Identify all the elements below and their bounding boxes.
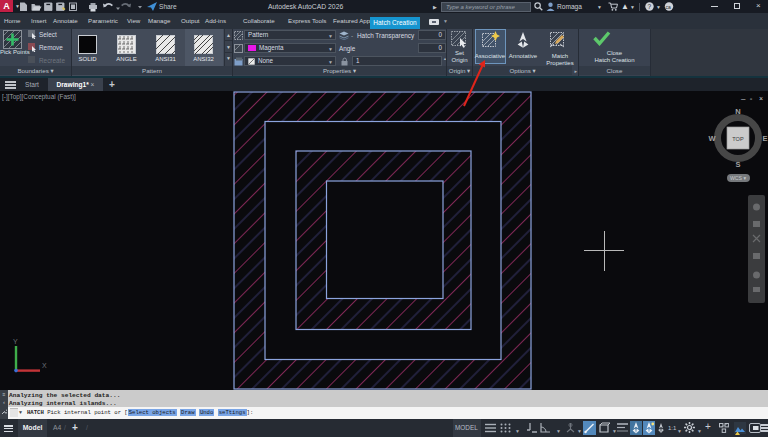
svg-text:–: – [741, 94, 746, 103]
svg-text:E: E [762, 134, 767, 143]
svg-text:N: N [735, 107, 740, 116]
svg-text:S: S [735, 160, 740, 169]
svg-text:×: × [759, 95, 763, 102]
svg-text:TOP: TOP [732, 136, 744, 142]
svg-text:▫: ▫ [750, 96, 752, 102]
svg-text:X: X [42, 362, 47, 369]
svg-text:?: ? [648, 3, 652, 10]
svg-text:Y: Y [13, 338, 18, 345]
svg-text:WCS ▾: WCS ▾ [730, 175, 747, 181]
svg-text:W: W [708, 134, 716, 143]
svg-text:ca: ca [666, 4, 672, 10]
